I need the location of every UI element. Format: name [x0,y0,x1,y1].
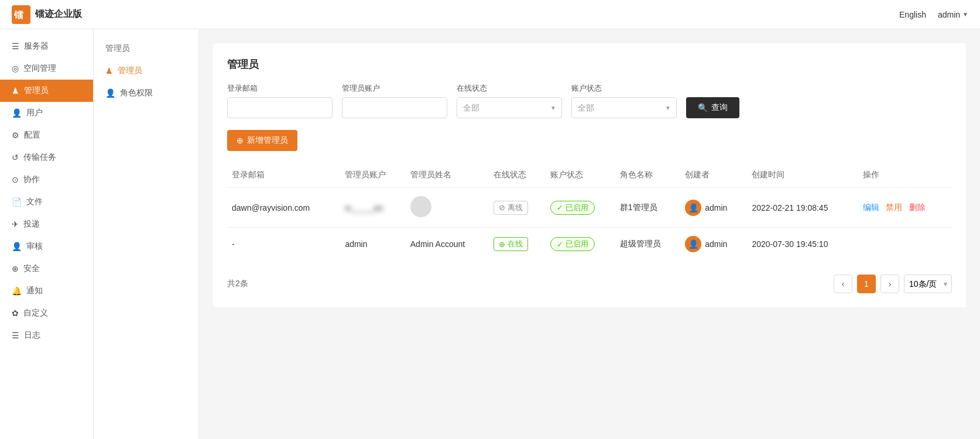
collab-icon: ⊙ [12,175,19,184]
creator-avatar: 👤 [685,200,701,216]
dispatch-icon: ✈ [12,220,19,229]
add-admin-button[interactable]: ⊕ 新增管理员 [227,130,297,151]
account-input[interactable] [342,97,447,118]
disable-button[interactable]: 禁用 [886,203,902,212]
page-title: 管理员 [227,57,952,71]
avatar [410,196,431,217]
col-account-status: 账户状态 [546,163,615,188]
col-name: 管理员姓名 [406,163,489,188]
col-role: 角色名称 [615,163,680,188]
sidebar-item-label: 用户 [26,108,43,118]
next-page-button[interactable]: › [880,275,899,293]
page-size-select[interactable]: 10条/页 20条/页 50条/页 [904,275,952,293]
cell-creator: 👤 admin [680,188,747,228]
cell-created-at: 2022-02-21 19:08:45 [747,188,858,228]
online-status-select[interactable]: 全部 在线 离线 [457,97,562,118]
sidebar-item-label: 审核 [26,241,43,252]
sidebar-item-transfer[interactable]: ↺ 传输任务 [0,146,93,169]
offline-badge: ⊘ 离线 [494,201,528,215]
online-select-wrapper: 全部 在线 离线 ▼ [457,97,562,118]
sidebar-item-label: 日志 [24,330,40,341]
online-badge: ⊕ 在线 [494,237,528,251]
search-button[interactable]: 🔍 查询 [686,97,739,118]
filter-row: 登录邮箱 管理员账户 在线状态 全部 在线 离线 ▼ [227,83,952,118]
edit-button[interactable]: 编辑 [863,203,879,212]
filter-group-account-status: 账户状态 全部 已启用 已禁用 ▼ [571,83,677,118]
sidebar-item-security[interactable]: ⊕ 安全 [0,258,93,280]
col-actions: 操作 [858,163,952,188]
blurred-account: w_____ao [345,203,383,212]
role-perm-icon: 👤 [105,88,115,98]
creator-name: admin [705,239,727,249]
search-icon: 🔍 [698,103,708,112]
log-icon: ☰ [12,331,19,340]
sidebar-item-custom[interactable]: ✿ 自定义 [0,302,93,324]
cell-name: Admin Account [406,228,489,261]
table-header: 登录邮箱 管理员账户 管理员姓名 在线状态 账户状态 角色名称 创建者 创建时间… [227,163,952,188]
search-label: 查询 [711,102,728,113]
email-input[interactable] [227,97,333,118]
sidebar-item-config[interactable]: ⚙ 配置 [0,124,93,146]
filter-group-account: 管理员账户 [342,83,447,118]
account-status-label: 账户状态 [571,83,677,94]
svg-text:镭: 镭 [13,10,23,20]
account-status-select-wrapper: 全部 已启用 已禁用 ▼ [571,97,677,118]
logo-text: 镭迹企业版 [35,8,82,20]
logo: 镭 镭迹企业版 [12,5,82,24]
language-switcher[interactable]: English [899,10,926,19]
config-icon: ⚙ [12,131,19,140]
check-icon: ✓ [557,240,563,249]
cell-account: w_____ao [340,188,405,228]
cell-actions: 编辑 禁用 删除 [858,188,952,228]
table-body: dawn@rayvision.com w_____ao ⊘ 离线 [227,188,952,261]
logo-icon: 镭 [12,5,30,24]
table-row: - admin Admin Account ⊕ 在线 [227,228,952,261]
sub-sidebar-item-admin-list[interactable]: ♟ 管理员 [94,60,198,82]
sidebar-item-dispatch[interactable]: ✈ 投递 [0,213,93,235]
sidebar: ☰ 服务器 ◎ 空间管理 ♟ 管理员 👤 用户 ⚙ 配置 ↺ 传输任务 ⊙ 协作… [0,29,94,439]
creator-cell: 👤 admin [685,200,742,216]
sidebar-item-file[interactable]: 📄 文件 [0,191,93,213]
enabled-badge: ✓ 已启用 [550,201,595,215]
custom-icon: ✿ [12,308,19,318]
table-wrapper: 登录邮箱 管理员账户 管理员姓名 在线状态 账户状态 角色名称 创建者 创建时间… [227,163,952,260]
plus-icon: ⊕ [237,136,244,145]
delete-button[interactable]: 删除 [909,203,926,212]
admin-menu[interactable]: admin ▼ [938,10,968,19]
wifi-icon: ⊕ [499,240,505,249]
sidebar-item-collab[interactable]: ⊙ 协作 [0,169,93,191]
sidebar-item-label: 服务器 [24,41,49,52]
enabled-badge: ✓ 已启用 [550,237,595,251]
prev-page-button[interactable]: ‹ [834,275,852,293]
sidebar-item-notify[interactable]: 🔔 通知 [0,280,93,302]
admin-table: 登录邮箱 管理员账户 管理员姓名 在线状态 账户状态 角色名称 创建者 创建时间… [227,163,952,260]
sub-sidebar-item-role-perm[interactable]: 👤 角色权限 [94,82,198,104]
audit-icon: 👤 [12,242,22,251]
sub-sidebar-item-label: 管理员 [118,66,142,76]
online-label: 在线状态 [457,83,562,94]
sidebar-item-label: 配置 [24,130,40,140]
col-email: 登录邮箱 [227,163,340,188]
creator-name: admin [705,203,727,212]
page-1-button[interactable]: 1 [857,275,876,293]
cell-account-status: ✓ 已启用 [546,228,615,261]
filter-group-email: 登录邮箱 [227,83,333,118]
sidebar-item-space[interactable]: ◎ 空间管理 [0,57,93,80]
creator-avatar: 👤 [685,236,701,252]
sub-sidebar-title: 管理员 [94,35,198,60]
sidebar-item-admin[interactable]: ♟ 管理员 [0,80,93,102]
server-icon: ☰ [12,42,19,51]
sidebar-item-log[interactable]: ☰ 日志 [0,324,93,347]
pagination-controls: ‹ 1 › 10条/页 20条/页 50条/页 ▼ [834,275,952,293]
creator-cell: 👤 admin [685,236,742,252]
header: 镭 镭迹企业版 English admin ▼ [0,0,980,29]
add-btn-label: 新增管理员 [247,135,288,146]
sidebar-item-audit[interactable]: 👤 审核 [0,235,93,258]
sidebar-item-server[interactable]: ☰ 服务器 [0,35,93,57]
sidebar-item-label: 自定义 [23,308,48,318]
sidebar-item-label: 通知 [26,286,43,296]
sidebar-item-user[interactable]: 👤 用户 [0,102,93,124]
sub-sidebar-item-label: 角色权限 [120,88,153,98]
account-status-select[interactable]: 全部 已启用 已禁用 [571,97,677,118]
cell-created-at: 2020-07-30 19:45:10 [747,228,858,261]
